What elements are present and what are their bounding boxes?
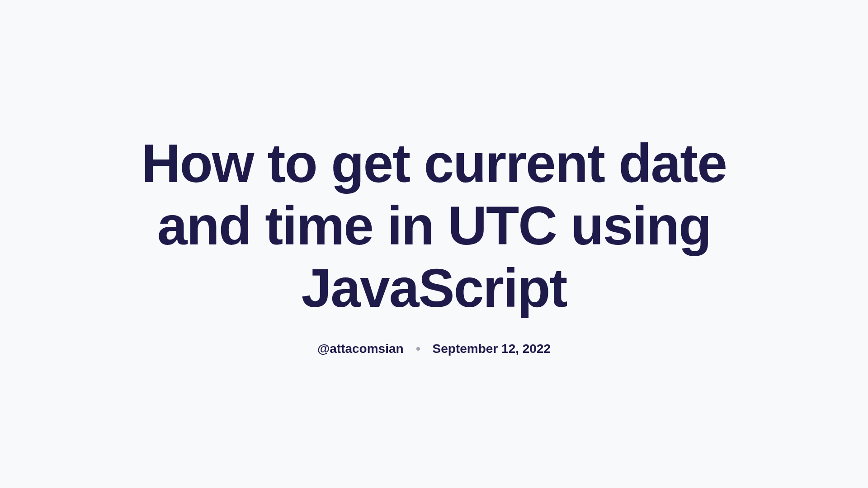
article-header: How to get current date and time in UTC … [118,132,750,356]
article-meta: @attacomsian September 12, 2022 [136,342,732,356]
meta-separator [416,347,420,351]
article-title: How to get current date and time in UTC … [136,132,732,319]
author-handle: @attacomsian [317,342,404,356]
publish-date: September 12, 2022 [433,342,551,356]
